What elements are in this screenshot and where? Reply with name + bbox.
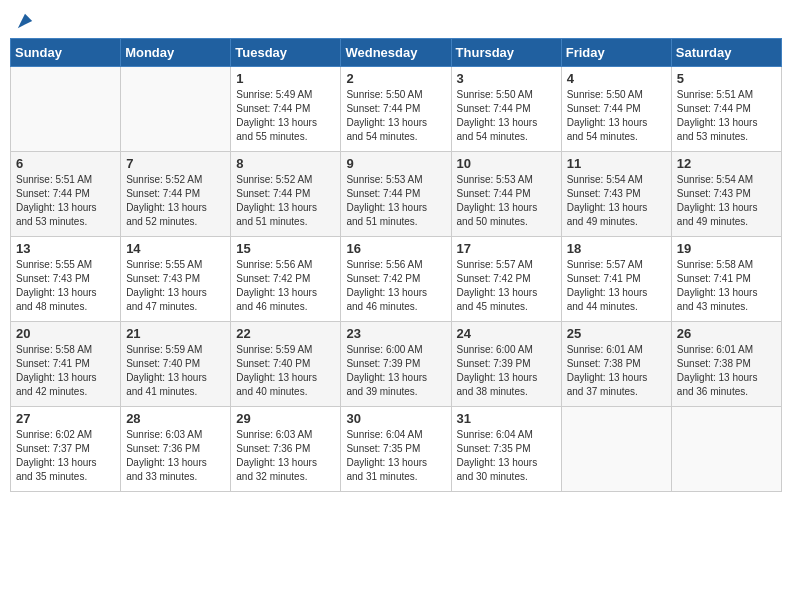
weekday-header-friday: Friday — [561, 39, 671, 67]
calendar-cell: 16Sunrise: 5:56 AM Sunset: 7:42 PM Dayli… — [341, 237, 451, 322]
calendar-cell: 6Sunrise: 5:51 AM Sunset: 7:44 PM Daylig… — [11, 152, 121, 237]
day-number: 14 — [126, 241, 225, 256]
day-number: 13 — [16, 241, 115, 256]
day-info: Sunrise: 5:50 AM Sunset: 7:44 PM Dayligh… — [346, 88, 445, 144]
calendar-cell: 4Sunrise: 5:50 AM Sunset: 7:44 PM Daylig… — [561, 67, 671, 152]
day-info: Sunrise: 5:59 AM Sunset: 7:40 PM Dayligh… — [126, 343, 225, 399]
day-info: Sunrise: 5:50 AM Sunset: 7:44 PM Dayligh… — [457, 88, 556, 144]
calendar-cell: 8Sunrise: 5:52 AM Sunset: 7:44 PM Daylig… — [231, 152, 341, 237]
day-number: 27 — [16, 411, 115, 426]
calendar-cell: 27Sunrise: 6:02 AM Sunset: 7:37 PM Dayli… — [11, 407, 121, 492]
day-number: 17 — [457, 241, 556, 256]
day-number: 6 — [16, 156, 115, 171]
calendar-cell — [671, 407, 781, 492]
day-number: 19 — [677, 241, 776, 256]
weekday-header-sunday: Sunday — [11, 39, 121, 67]
calendar-cell: 26Sunrise: 6:01 AM Sunset: 7:38 PM Dayli… — [671, 322, 781, 407]
day-info: Sunrise: 6:03 AM Sunset: 7:36 PM Dayligh… — [236, 428, 335, 484]
day-number: 3 — [457, 71, 556, 86]
weekday-header-thursday: Thursday — [451, 39, 561, 67]
day-info: Sunrise: 6:02 AM Sunset: 7:37 PM Dayligh… — [16, 428, 115, 484]
calendar-cell: 9Sunrise: 5:53 AM Sunset: 7:44 PM Daylig… — [341, 152, 451, 237]
day-number: 15 — [236, 241, 335, 256]
day-number: 26 — [677, 326, 776, 341]
day-info: Sunrise: 6:03 AM Sunset: 7:36 PM Dayligh… — [126, 428, 225, 484]
day-info: Sunrise: 5:55 AM Sunset: 7:43 PM Dayligh… — [16, 258, 115, 314]
day-info: Sunrise: 5:54 AM Sunset: 7:43 PM Dayligh… — [567, 173, 666, 229]
day-info: Sunrise: 5:56 AM Sunset: 7:42 PM Dayligh… — [346, 258, 445, 314]
calendar-table: SundayMondayTuesdayWednesdayThursdayFrid… — [10, 38, 782, 492]
calendar-cell — [121, 67, 231, 152]
day-number: 8 — [236, 156, 335, 171]
calendar-cell: 17Sunrise: 5:57 AM Sunset: 7:42 PM Dayli… — [451, 237, 561, 322]
day-number: 24 — [457, 326, 556, 341]
day-info: Sunrise: 5:53 AM Sunset: 7:44 PM Dayligh… — [346, 173, 445, 229]
day-info: Sunrise: 5:52 AM Sunset: 7:44 PM Dayligh… — [236, 173, 335, 229]
day-info: Sunrise: 6:00 AM Sunset: 7:39 PM Dayligh… — [346, 343, 445, 399]
calendar-week-row: 27Sunrise: 6:02 AM Sunset: 7:37 PM Dayli… — [11, 407, 782, 492]
day-number: 7 — [126, 156, 225, 171]
logo — [14, 10, 34, 30]
calendar-cell: 31Sunrise: 6:04 AM Sunset: 7:35 PM Dayli… — [451, 407, 561, 492]
day-info: Sunrise: 6:00 AM Sunset: 7:39 PM Dayligh… — [457, 343, 556, 399]
calendar-cell: 5Sunrise: 5:51 AM Sunset: 7:44 PM Daylig… — [671, 67, 781, 152]
calendar-week-row: 1Sunrise: 5:49 AM Sunset: 7:44 PM Daylig… — [11, 67, 782, 152]
calendar-cell: 2Sunrise: 5:50 AM Sunset: 7:44 PM Daylig… — [341, 67, 451, 152]
day-info: Sunrise: 5:56 AM Sunset: 7:42 PM Dayligh… — [236, 258, 335, 314]
day-number: 4 — [567, 71, 666, 86]
day-number: 10 — [457, 156, 556, 171]
day-number: 16 — [346, 241, 445, 256]
day-number: 21 — [126, 326, 225, 341]
day-info: Sunrise: 5:54 AM Sunset: 7:43 PM Dayligh… — [677, 173, 776, 229]
calendar-week-row: 13Sunrise: 5:55 AM Sunset: 7:43 PM Dayli… — [11, 237, 782, 322]
calendar-cell — [11, 67, 121, 152]
day-info: Sunrise: 6:01 AM Sunset: 7:38 PM Dayligh… — [567, 343, 666, 399]
calendar-cell: 28Sunrise: 6:03 AM Sunset: 7:36 PM Dayli… — [121, 407, 231, 492]
calendar-cell — [561, 407, 671, 492]
calendar-cell: 19Sunrise: 5:58 AM Sunset: 7:41 PM Dayli… — [671, 237, 781, 322]
calendar-cell: 20Sunrise: 5:58 AM Sunset: 7:41 PM Dayli… — [11, 322, 121, 407]
day-info: Sunrise: 5:59 AM Sunset: 7:40 PM Dayligh… — [236, 343, 335, 399]
day-number: 1 — [236, 71, 335, 86]
day-number: 18 — [567, 241, 666, 256]
weekday-header-tuesday: Tuesday — [231, 39, 341, 67]
calendar-cell: 1Sunrise: 5:49 AM Sunset: 7:44 PM Daylig… — [231, 67, 341, 152]
calendar-cell: 13Sunrise: 5:55 AM Sunset: 7:43 PM Dayli… — [11, 237, 121, 322]
calendar-cell: 25Sunrise: 6:01 AM Sunset: 7:38 PM Dayli… — [561, 322, 671, 407]
calendar-cell: 12Sunrise: 5:54 AM Sunset: 7:43 PM Dayli… — [671, 152, 781, 237]
calendar-header-row: SundayMondayTuesdayWednesdayThursdayFrid… — [11, 39, 782, 67]
calendar-cell: 23Sunrise: 6:00 AM Sunset: 7:39 PM Dayli… — [341, 322, 451, 407]
day-info: Sunrise: 5:51 AM Sunset: 7:44 PM Dayligh… — [16, 173, 115, 229]
day-info: Sunrise: 5:58 AM Sunset: 7:41 PM Dayligh… — [16, 343, 115, 399]
day-info: Sunrise: 6:04 AM Sunset: 7:35 PM Dayligh… — [346, 428, 445, 484]
calendar-cell: 21Sunrise: 5:59 AM Sunset: 7:40 PM Dayli… — [121, 322, 231, 407]
day-info: Sunrise: 5:57 AM Sunset: 7:41 PM Dayligh… — [567, 258, 666, 314]
day-info: Sunrise: 6:01 AM Sunset: 7:38 PM Dayligh… — [677, 343, 776, 399]
day-number: 12 — [677, 156, 776, 171]
day-info: Sunrise: 5:57 AM Sunset: 7:42 PM Dayligh… — [457, 258, 556, 314]
day-info: Sunrise: 5:58 AM Sunset: 7:41 PM Dayligh… — [677, 258, 776, 314]
day-number: 28 — [126, 411, 225, 426]
day-info: Sunrise: 5:52 AM Sunset: 7:44 PM Dayligh… — [126, 173, 225, 229]
day-info: Sunrise: 5:49 AM Sunset: 7:44 PM Dayligh… — [236, 88, 335, 144]
day-number: 30 — [346, 411, 445, 426]
day-number: 9 — [346, 156, 445, 171]
calendar-cell: 29Sunrise: 6:03 AM Sunset: 7:36 PM Dayli… — [231, 407, 341, 492]
day-number: 20 — [16, 326, 115, 341]
calendar-cell: 14Sunrise: 5:55 AM Sunset: 7:43 PM Dayli… — [121, 237, 231, 322]
day-number: 5 — [677, 71, 776, 86]
calendar-cell: 30Sunrise: 6:04 AM Sunset: 7:35 PM Dayli… — [341, 407, 451, 492]
weekday-header-monday: Monday — [121, 39, 231, 67]
day-number: 2 — [346, 71, 445, 86]
day-number: 29 — [236, 411, 335, 426]
day-info: Sunrise: 5:55 AM Sunset: 7:43 PM Dayligh… — [126, 258, 225, 314]
day-number: 23 — [346, 326, 445, 341]
day-info: Sunrise: 6:04 AM Sunset: 7:35 PM Dayligh… — [457, 428, 556, 484]
calendar-cell: 7Sunrise: 5:52 AM Sunset: 7:44 PM Daylig… — [121, 152, 231, 237]
calendar-cell: 15Sunrise: 5:56 AM Sunset: 7:42 PM Dayli… — [231, 237, 341, 322]
calendar-cell: 11Sunrise: 5:54 AM Sunset: 7:43 PM Dayli… — [561, 152, 671, 237]
day-number: 25 — [567, 326, 666, 341]
day-info: Sunrise: 5:51 AM Sunset: 7:44 PM Dayligh… — [677, 88, 776, 144]
page-header — [10, 10, 782, 30]
calendar-cell: 22Sunrise: 5:59 AM Sunset: 7:40 PM Dayli… — [231, 322, 341, 407]
